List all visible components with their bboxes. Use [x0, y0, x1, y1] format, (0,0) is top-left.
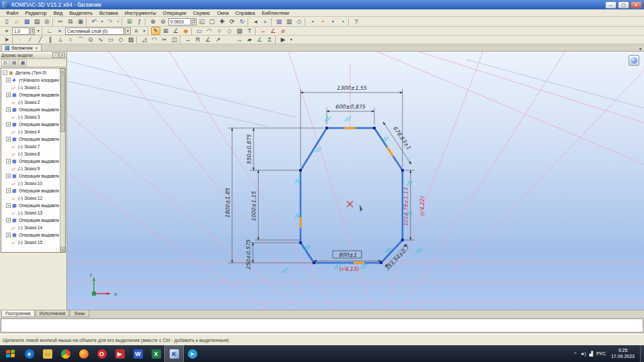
- next-view-button[interactable]: ▸: [261, 17, 270, 25]
- zoom-all-button[interactable]: ▢: [207, 17, 217, 25]
- tab-close-icon[interactable]: ✕: [35, 46, 38, 50]
- tree-item[interactable]: + ▦ Операция выдавлива: [1, 231, 59, 239]
- menu-file[interactable]: Файл: [3, 10, 21, 16]
- local-cs-button[interactable]: ∠: [171, 27, 180, 35]
- scale-menu-button[interactable]: ▾: [36, 27, 41, 35]
- text-tool-button[interactable]: T: [245, 27, 254, 35]
- zoom-selected-button[interactable]: ◱: [197, 17, 207, 25]
- measure-length-button[interactable]: ↔: [235, 36, 244, 44]
- mirror-button[interactable]: ◫: [170, 36, 179, 44]
- parallel-line-button[interactable]: ∥: [46, 36, 55, 44]
- menu-insert[interactable]: Вставка: [96, 10, 121, 16]
- tree-expand-icon[interactable]: +: [6, 203, 11, 208]
- zoom-spinner[interactable]: ▲▼: [192, 18, 197, 25]
- undo-menu-button[interactable]: ▾: [99, 17, 105, 25]
- select-button[interactable]: ➤: [2, 36, 11, 44]
- copy-button[interactable]: ⧉: [66, 17, 75, 25]
- ellipse-button[interactable]: ⊙: [86, 36, 95, 44]
- tree-item[interactable]: ▱ (-) Эскиз:13: [1, 209, 59, 217]
- rotate-view-button[interactable]: ⟳: [227, 17, 237, 25]
- menu-editor[interactable]: Редактор: [21, 10, 50, 16]
- layer-combo[interactable]: Системный слой (0): [65, 27, 124, 35]
- undo-button[interactable]: ↶: [89, 17, 99, 25]
- refresh-button[interactable]: ↻: [237, 17, 247, 25]
- chamfer-button[interactable]: ◿: [140, 36, 149, 44]
- tree-item[interactable]: ▱ (-) Эскиз:1: [1, 84, 59, 91]
- trim-button[interactable]: ✂: [160, 36, 169, 44]
- property-bar[interactable]: [1, 318, 643, 333]
- macro-button[interactable]: ▶: [278, 36, 288, 44]
- cut-button[interactable]: ✂: [56, 17, 65, 25]
- zoom-value-field[interactable]: 0.0603: [168, 18, 191, 25]
- paste-button[interactable]: ▣: [76, 17, 85, 25]
- print-preview-button[interactable]: ◎: [42, 17, 52, 25]
- tree-item[interactable]: + ▦ Операция выдавлива: [1, 158, 59, 165]
- menu-select[interactable]: Выделить: [66, 10, 96, 16]
- dimension-texts[interactable]: 1300±1,55 600±0,875 678,63±1 550±0,875 1…: [225, 85, 425, 272]
- menu-libraries[interactable]: Библиотеки: [258, 10, 292, 16]
- leader-button[interactable]: ↗: [213, 36, 223, 44]
- construction-line-button[interactable]: ∕: [25, 36, 35, 44]
- tree-item[interactable]: ▱ (-) Эскиз:4: [1, 128, 59, 135]
- tree-item[interactable]: + ▦ Операция выдавлива: [1, 91, 59, 99]
- tree-item[interactable]: ▱ (-) Эскиз:8: [1, 150, 59, 158]
- arc-tool-button[interactable]: ◠: [205, 27, 214, 35]
- scroll-up-icon[interactable]: ▲: [60, 68, 65, 74]
- menu-operations[interactable]: Операции: [160, 10, 190, 16]
- shading-button[interactable]: ▩: [274, 17, 284, 25]
- current-state-button[interactable]: ⌖: [2, 27, 11, 35]
- zoom-out-button[interactable]: ⊖: [158, 17, 168, 25]
- polygon-button[interactable]: ◇: [116, 36, 125, 44]
- tree-item[interactable]: ▱ (-) Эскиз:3: [1, 113, 59, 121]
- tab-list-button[interactable]: ▾: [639, 46, 641, 51]
- linear-dim-button[interactable]: ↔: [258, 27, 268, 35]
- orientation-button[interactable]: ◇: [294, 17, 304, 25]
- taskbar-explorer[interactable]: ▭: [38, 345, 56, 362]
- angle-dim-button[interactable]: ∠: [268, 27, 278, 35]
- dimension-button[interactable]: ↔: [183, 36, 193, 44]
- variables-button[interactable]: ƒ: [135, 17, 144, 25]
- tree-expand-icon[interactable]: +: [6, 78, 11, 82]
- tree-item[interactable]: ▱ (-) Эскиз:14: [1, 224, 59, 231]
- document-manager-button[interactable]: ⊞: [125, 17, 134, 25]
- spline-button[interactable]: ∿: [96, 36, 105, 44]
- document-tab[interactable]: багажник ✕: [1, 44, 42, 51]
- arc-button[interactable]: ⌒: [76, 36, 85, 44]
- rect-tool-button[interactable]: ▭: [195, 27, 204, 35]
- tray-expand-button[interactable]: ^: [574, 351, 576, 356]
- show-desktop-button[interactable]: [640, 345, 643, 362]
- redo-menu-button[interactable]: ▾: [115, 17, 121, 25]
- fillet-button[interactable]: ◠: [150, 36, 159, 44]
- tab-ispolneniya[interactable]: Исполнения: [36, 310, 69, 317]
- tree-item[interactable]: + ▦ Операция выдавлива: [1, 217, 59, 224]
- tree-item[interactable]: ▱ (-) Эскиз:12: [1, 194, 59, 202]
- taskbar-opera[interactable]: O: [93, 345, 111, 362]
- tree-item[interactable]: ▱ (-) Эскиз:9: [1, 165, 59, 172]
- tree-expand-icon[interactable]: +: [6, 233, 11, 237]
- tree-item-origin[interactable]: + ✚ (т)Начало координат: [1, 76, 59, 84]
- rectangle-button[interactable]: ▭: [106, 36, 115, 44]
- layer-combo-dropdown[interactable]: ▼: [125, 27, 131, 35]
- close-button[interactable]: ✕: [631, 1, 642, 9]
- tree-close-button[interactable]: ✕: [59, 52, 65, 58]
- taskbar-chrome[interactable]: [56, 345, 74, 362]
- layer-menu-button[interactable]: ▾: [142, 27, 147, 35]
- taskbar-firefox[interactable]: [74, 345, 93, 362]
- hatch-tool-button[interactable]: ▨: [235, 27, 244, 35]
- minimize-button[interactable]: –: [605, 1, 616, 9]
- open-button[interactable]: ▱: [12, 17, 21, 25]
- tree-relations-button[interactable]: ▦: [19, 60, 27, 66]
- start-button[interactable]: [0, 345, 20, 362]
- tree-item[interactable]: + ▦ Операция выдавлива: [1, 135, 59, 143]
- diamond-tool-button[interactable]: ◇: [225, 27, 234, 35]
- tree-structure-button[interactable]: ⊟: [1, 60, 9, 66]
- help-button[interactable]: ?: [352, 17, 361, 25]
- toggle-green-button[interactable]: ▪: [308, 17, 317, 25]
- tree-float-button[interactable]: ▫: [52, 52, 58, 58]
- edit-sketch-button[interactable]: ✎: [151, 27, 160, 35]
- ortho-button[interactable]: ∟: [45, 27, 54, 35]
- tree-item[interactable]: + ▦ Операция выдавлива: [1, 187, 59, 194]
- circle-tool-button[interactable]: ○: [215, 27, 224, 35]
- drawing-area[interactable]: 1300±1,55 600±0,875 678,63±1 550±0,875 1…: [67, 52, 644, 310]
- menu-help[interactable]: Справка: [232, 10, 258, 16]
